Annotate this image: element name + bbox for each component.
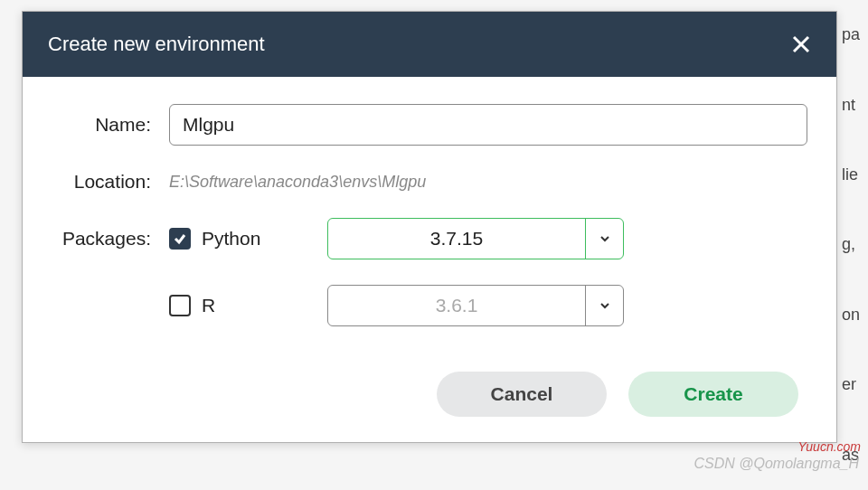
name-row: Name:	[52, 104, 807, 146]
create-button[interactable]: Create	[628, 372, 798, 417]
r-checkbox[interactable]	[169, 295, 191, 316]
dialog-content: Name: Location: E:\Software\anaconda3\en…	[23, 77, 836, 435]
python-version-dropdown-arrow	[585, 219, 623, 259]
cancel-button[interactable]: Cancel	[437, 372, 607, 417]
name-label: Name:	[52, 114, 169, 136]
packages-python-row: Packages: Python 3.7.15	[52, 218, 807, 259]
python-version-select[interactable]: 3.7.15	[327, 218, 624, 259]
checkmark-icon	[173, 231, 187, 246]
background-text: pa nt lie g, on er as	[836, 0, 868, 490]
r-version-dropdown-arrow	[585, 286, 623, 325]
location-row: Location: E:\Software\anaconda3\envs\Mlg…	[52, 171, 807, 193]
python-checkbox[interactable]	[169, 228, 191, 250]
close-icon	[790, 33, 812, 55]
watermark-author: CSDN @Qomolangma_H	[693, 456, 859, 472]
packages-r-row: R 3.6.1	[52, 285, 807, 326]
location-path: E:\Software\anaconda3\envs\Mlgpu	[169, 173, 426, 192]
name-input[interactable]	[169, 104, 807, 146]
watermark-site: Yuucn.com	[797, 439, 861, 454]
packages-label: Packages:	[52, 228, 169, 250]
chevron-down-icon	[598, 298, 612, 313]
python-label: Python	[202, 228, 260, 250]
r-version-value: 3.6.1	[328, 286, 585, 325]
close-button[interactable]	[788, 31, 815, 58]
create-environment-dialog: Create new environment Name: Location: E…	[22, 11, 837, 443]
location-label: Location:	[52, 171, 169, 193]
dialog-buttons: Cancel Create	[52, 372, 807, 417]
r-label: R	[202, 295, 215, 316]
dialog-title: Create new environment	[48, 33, 265, 56]
dialog-titlebar: Create new environment	[23, 12, 836, 77]
r-version-select[interactable]: 3.6.1	[327, 285, 624, 326]
chevron-down-icon	[598, 231, 612, 246]
python-version-value: 3.7.15	[328, 219, 585, 259]
